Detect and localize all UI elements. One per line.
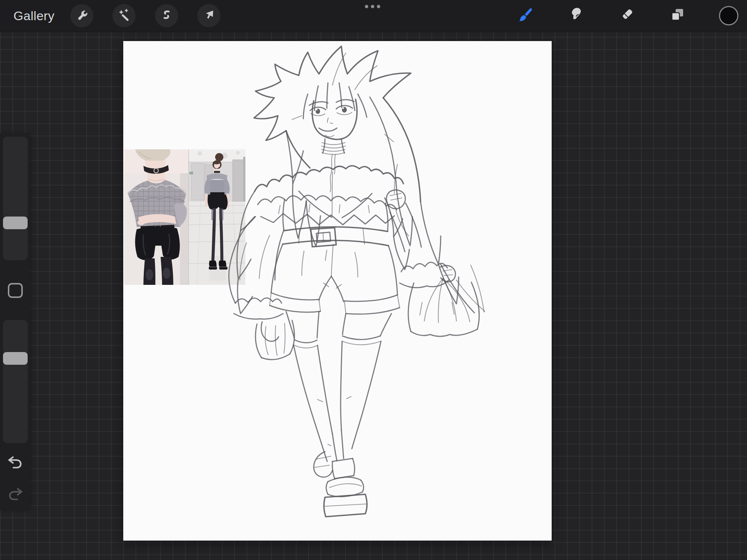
- actions-button[interactable]: [70, 4, 93, 27]
- gallery-button[interactable]: Gallery: [13, 0, 55, 32]
- layers-button[interactable]: [666, 4, 689, 27]
- ellipsis-dot: [365, 5, 368, 8]
- sketch-neck-choker: [322, 139, 345, 192]
- erase-tool-button[interactable]: [616, 4, 638, 27]
- undo-arrow-icon: [7, 466, 24, 472]
- color-swatch-button[interactable]: [719, 6, 738, 25]
- redo-button[interactable]: [7, 485, 24, 503]
- side-toolbar: [0, 134, 31, 511]
- redo-arrow-icon: [7, 497, 24, 504]
- sketch-left-sleeve: [229, 217, 294, 360]
- magic-wand-icon: [118, 9, 130, 23]
- undo-button[interactable]: [7, 454, 24, 471]
- transform-arrow-icon: [202, 9, 215, 23]
- ellipsis-dot: [371, 5, 374, 8]
- sketch-shoes: [314, 452, 367, 517]
- top-toolbar: Gallery: [0, 0, 747, 32]
- paintbrush-icon: [516, 6, 534, 25]
- sketch-legs: [286, 311, 391, 461]
- ellipsis-dot: [377, 5, 380, 8]
- selection-button[interactable]: [155, 4, 178, 27]
- brush-opacity-slider[interactable]: [3, 320, 28, 443]
- eraser-icon: [618, 6, 636, 25]
- brush-size-handle[interactable]: [3, 217, 28, 229]
- selection-s-icon: [160, 9, 173, 23]
- brush-size-slider[interactable]: [3, 137, 28, 260]
- wrench-icon: [75, 9, 88, 23]
- modify-button[interactable]: [8, 283, 23, 298]
- layers-icon: [669, 6, 686, 25]
- smudge-tool-button[interactable]: [564, 4, 587, 27]
- paint-tool-button[interactable]: [514, 4, 536, 27]
- more-options-button[interactable]: [365, 5, 380, 8]
- transform-button[interactable]: [197, 4, 220, 27]
- sketch-face: [309, 99, 357, 140]
- brush-opacity-handle[interactable]: [3, 352, 28, 365]
- smudge-finger-icon: [567, 6, 585, 25]
- adjustments-button[interactable]: [112, 4, 136, 27]
- sketch-hair: [254, 46, 485, 313]
- character-sketch: [123, 41, 552, 541]
- sketch-belt-shorts: [270, 227, 400, 314]
- drawing-canvas[interactable]: [123, 41, 552, 541]
